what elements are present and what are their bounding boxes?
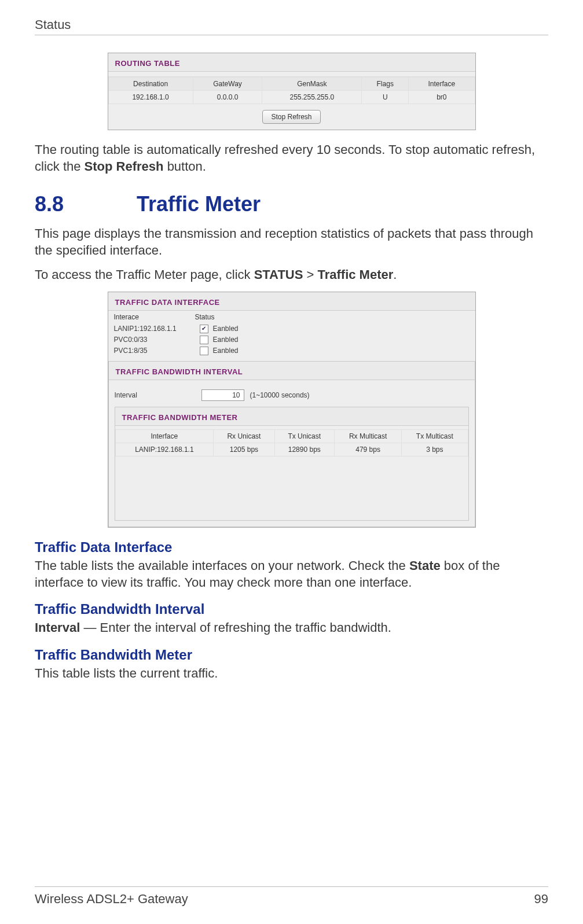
col-status: Status bbox=[195, 313, 215, 321]
col-destination: Destination bbox=[108, 78, 193, 91]
page-footer: Wireless ADSL2+ Gateway 99 bbox=[35, 886, 548, 907]
table-header-row: Interface Rx Unicast Tx Unicast Rx Multi… bbox=[115, 429, 468, 443]
col-gateway: GateWay bbox=[193, 78, 262, 91]
routing-title: ROUTING TABLE bbox=[108, 53, 475, 72]
text: button. bbox=[164, 159, 206, 174]
text: The table lists the available interfaces… bbox=[35, 558, 409, 573]
meter-table: Interface Rx Unicast Tx Unicast Rx Multi… bbox=[115, 429, 468, 457]
iface-row: PVC1:8/35 Eanbled bbox=[108, 345, 475, 361]
para-routing-desc: The routing table is automatically refre… bbox=[35, 142, 548, 175]
iface-name: PVC1:8/35 bbox=[114, 347, 195, 355]
routing-table: Destination GateWay GenMask Flags Interf… bbox=[108, 77, 475, 104]
checkbox[interactable] bbox=[200, 336, 208, 344]
table-row: LANIP:192.168.1.1 1205 bps 12890 bps 479… bbox=[115, 443, 468, 456]
iface-name: LANIP1:192.168.1.1 bbox=[114, 325, 195, 333]
interval-term: Interval bbox=[35, 620, 80, 635]
stop-refresh-button[interactable]: Stop Refresh bbox=[262, 110, 320, 124]
text: To access the Traffic Meter page, click bbox=[35, 267, 254, 282]
interval-input[interactable]: 10 bbox=[201, 389, 244, 401]
cell: 192.168.1.0 bbox=[108, 91, 193, 104]
cell: LANIP:192.168.1.1 bbox=[115, 443, 214, 456]
col-interface: Interface bbox=[115, 429, 214, 443]
cell: 479 bps bbox=[334, 443, 401, 456]
para-nav-path: To access the Traffic Meter page, click … bbox=[35, 267, 548, 284]
routing-screenshot: ROUTING TABLE Destination GateWay GenMas… bbox=[108, 53, 476, 130]
subhead-traffic-bandwidth-interval: Traffic Bandwidth Interval bbox=[35, 601, 548, 617]
interval-row: Interval 10 (1~10000 seconds) bbox=[109, 384, 475, 407]
col-tx-multicast: Tx Multicast bbox=[402, 429, 468, 443]
footer-page-number: 99 bbox=[534, 892, 548, 907]
page-header: Status bbox=[35, 17, 548, 35]
table-header-row: Destination GateWay GenMask Flags Interf… bbox=[108, 78, 475, 91]
cell: 1205 bps bbox=[214, 443, 274, 456]
text: > bbox=[303, 267, 317, 282]
traffic-bandwidth-meter-title: TRAFFIC BANDWIDTH METER bbox=[115, 407, 468, 426]
section-title: Traffic Meter bbox=[137, 192, 261, 216]
col-interface: Interface bbox=[409, 78, 475, 91]
para-traffic-desc: This page displays the transmission and … bbox=[35, 226, 548, 259]
cell: 3 bps bbox=[402, 443, 468, 456]
interval-label: Interval bbox=[115, 391, 196, 399]
traffic-screenshot: TRAFFIC DATA INTERFACE Interace Status L… bbox=[108, 292, 476, 528]
iface-header: Interace Status bbox=[108, 311, 475, 323]
nav-status: STATUS bbox=[254, 267, 303, 282]
traffic-data-interface-title: TRAFFIC DATA INTERFACE bbox=[108, 292, 475, 311]
cell: 0.0.0.0 bbox=[193, 91, 262, 104]
col-tx-unicast: Tx Unicast bbox=[274, 429, 334, 443]
cell: U bbox=[362, 91, 409, 104]
col-interace: Interace bbox=[114, 313, 195, 321]
table-row: 192.168.1.0 0.0.0.0 255.255.255.0 U br0 bbox=[108, 91, 475, 104]
cell: 255.255.255.0 bbox=[262, 91, 362, 104]
cell: 12890 bps bbox=[274, 443, 334, 456]
subhead-traffic-data-interface: Traffic Data Interface bbox=[35, 539, 548, 555]
footer-left: Wireless ADSL2+ Gateway bbox=[35, 892, 188, 907]
checkbox[interactable] bbox=[200, 347, 208, 355]
iface-name: PVC0:0/33 bbox=[114, 336, 195, 344]
col-flags: Flags bbox=[362, 78, 409, 91]
col-rx-multicast: Rx Multicast bbox=[334, 429, 401, 443]
col-genmask: GenMask bbox=[262, 78, 362, 91]
col-rx-unicast: Rx Unicast bbox=[214, 429, 274, 443]
para-traffic-bandwidth-meter: This table lists the current traffic. bbox=[35, 665, 548, 682]
iface-row: LANIP1:192.168.1.1 ✔ Eanbled bbox=[108, 323, 475, 334]
interval-hint: (1~10000 seconds) bbox=[250, 391, 310, 399]
nav-traffic-meter: Traffic Meter bbox=[317, 267, 393, 282]
section-number: 8.8 bbox=[35, 192, 137, 216]
text: — Enter the interval of refreshing the t… bbox=[80, 620, 391, 635]
subhead-traffic-bandwidth-meter: Traffic Bandwidth Meter bbox=[35, 647, 548, 663]
iface-status-label: Eanbled bbox=[213, 347, 239, 355]
checkbox[interactable]: ✔ bbox=[200, 325, 208, 333]
para-traffic-data-interface: The table lists the available interfaces… bbox=[35, 558, 548, 591]
iface-row: PVC0:0/33 Eanbled bbox=[108, 334, 475, 345]
traffic-bandwidth-interval-title: TRAFFIC BANDWIDTH INTERVAL bbox=[109, 362, 475, 380]
section-heading: 8.8Traffic Meter bbox=[35, 192, 548, 216]
iface-status-label: Eanbled bbox=[213, 336, 239, 344]
text: . bbox=[393, 267, 397, 282]
stop-refresh-label: Stop Refresh bbox=[85, 159, 164, 174]
para-traffic-bandwidth-interval: Interval — Enter the interval of refresh… bbox=[35, 620, 548, 636]
cell: br0 bbox=[409, 91, 475, 104]
state-label: State bbox=[409, 558, 441, 573]
iface-status-label: Eanbled bbox=[213, 325, 239, 333]
